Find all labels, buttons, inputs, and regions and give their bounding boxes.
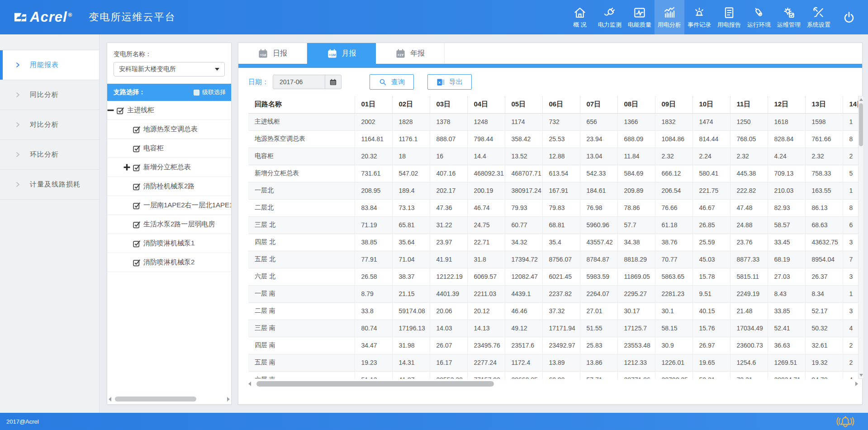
tab-yearly[interactable]: +1Y年报 xyxy=(376,43,445,64)
table-cell: 57.71 xyxy=(580,371,617,379)
table-cell: 1618 xyxy=(768,113,805,130)
cascade-checkbox[interactable]: 级联选择 xyxy=(194,88,226,96)
table-column-header: 回路名称 xyxy=(248,96,355,113)
checked-checkbox-icon[interactable] xyxy=(133,258,141,267)
chevron-right-icon xyxy=(14,121,22,129)
scroll-up-arrow-icon[interactable] xyxy=(859,98,863,101)
tree-node[interactable]: 一层南1APE2右一层北1APE1左 xyxy=(107,196,231,215)
nav-item-report[interactable]: 用电报告 xyxy=(714,0,744,34)
station-select[interactable]: 安科瑞新大楼变电所 xyxy=(114,62,225,76)
table-cell: 78.31 xyxy=(730,371,768,379)
scroll-left-arrow-icon[interactable] xyxy=(109,397,111,401)
table-cell: 27.01 xyxy=(580,302,617,320)
tree-node[interactable]: 主进线柜 xyxy=(107,101,231,120)
table-row: 六层 北26.5838.3712122.196069.5712082.47602… xyxy=(248,268,858,285)
checked-checkbox-icon[interactable] xyxy=(133,201,141,210)
table-cell: 5815.11 xyxy=(730,268,768,285)
scroll-right-arrow-icon[interactable] xyxy=(855,382,858,386)
scrollbar-thumb[interactable] xyxy=(256,381,494,387)
table-cell: 584.69 xyxy=(617,165,655,182)
table-cell: 8818.29 xyxy=(617,251,655,268)
export-button[interactable]: X 导出 xyxy=(427,74,472,90)
table-cell: 4 xyxy=(843,320,858,337)
scroll-left-arrow-icon[interactable] xyxy=(248,382,251,386)
checked-checkbox-icon[interactable] xyxy=(133,125,141,134)
table-cell: 34.38 xyxy=(617,234,655,251)
checked-checkbox-icon[interactable] xyxy=(133,220,141,229)
sidebar-item-label: 用能报表 xyxy=(30,61,59,69)
table-cell: 73.13 xyxy=(392,199,430,216)
table-cell: 25.59 xyxy=(693,234,730,251)
logo-text: Acrel® xyxy=(30,9,72,25)
scrollbar-thumb[interactable] xyxy=(115,397,196,401)
tree-node[interactable]: 新增分立柜总表 xyxy=(107,158,231,177)
sidebar-item-5[interactable]: 计量及线路损耗 xyxy=(0,170,99,200)
tree-node[interactable]: 生活水泵2路一层弱电房 xyxy=(107,215,231,234)
sidebar-item-1[interactable]: 用能报表 xyxy=(0,50,99,80)
table-cell: 17034.49 xyxy=(730,320,768,337)
tab-daily[interactable]: +1d日报 xyxy=(238,43,307,64)
table-row: 二层 南33.859174.0820.0620.1246.4637.3227.0… xyxy=(248,302,858,320)
table-cell: 709.13 xyxy=(768,165,805,182)
gear-check-icon xyxy=(782,6,796,19)
chevron-right-icon xyxy=(14,62,22,69)
table-cell: 71.19 xyxy=(355,216,392,234)
nav-item-alarm[interactable]: 事件记录 xyxy=(684,0,714,34)
table-cell: 46.46 xyxy=(505,302,542,320)
power-button[interactable] xyxy=(836,0,862,34)
table-cell: 2 xyxy=(843,148,858,165)
sidebar-item-3[interactable]: 对比分析 xyxy=(0,110,99,140)
nav-item-label: 电力监测 xyxy=(598,21,621,29)
table-cell: 77.91 xyxy=(355,251,392,268)
table-cell: 3 xyxy=(843,234,858,251)
collapse-minus-icon[interactable] xyxy=(107,107,114,114)
table-cell: 23492.97 xyxy=(542,337,580,354)
calendar-icon[interactable] xyxy=(325,75,341,89)
nav-item-waveform-box[interactable]: 电能质量 xyxy=(625,0,655,34)
table-cell: 380917.24 xyxy=(505,182,542,199)
table-column-header: 04日 xyxy=(467,96,505,113)
sidebar-item-4[interactable]: 环比分析 xyxy=(0,140,99,170)
date-input[interactable]: 2017-06 xyxy=(273,75,342,89)
tab-monthly[interactable]: +1M月报 xyxy=(307,43,376,64)
nav-item-plug[interactable]: 电力监测 xyxy=(595,0,625,34)
checked-checkbox-icon[interactable] xyxy=(133,163,141,172)
table-row-name: 六层 南 xyxy=(248,371,355,379)
nav-item-tools[interactable]: 系统设置 xyxy=(804,0,834,34)
tree-node[interactable]: 电容柜 xyxy=(107,139,231,158)
scroll-right-arrow-icon[interactable] xyxy=(227,397,230,401)
query-button[interactable]: 查询 xyxy=(370,74,414,90)
nav-item-home[interactable]: 概 况 xyxy=(565,0,595,34)
nav-item-bar-chart[interactable]: 用电分析 xyxy=(655,0,684,34)
notification-bell-icon[interactable] xyxy=(836,415,854,430)
table-column-header: 09日 xyxy=(655,96,693,113)
tab-label: 月报 xyxy=(342,49,356,58)
top-header: Acrel® 变电所运维云平台 概 况电力监测电能质量用电分析事件记录用电报告运… xyxy=(0,0,868,34)
nav-item-sensor[interactable]: 运行环境 xyxy=(744,0,774,34)
report-table-area: 回路名称01日02日03日04日05日06日07日08日09日10日11日12日… xyxy=(248,96,864,379)
tree-node[interactable]: 消防喷淋机械泵2 xyxy=(107,253,231,272)
scrollbar-thumb[interactable] xyxy=(859,103,863,146)
checked-checkbox-icon[interactable] xyxy=(133,239,141,248)
tree-node[interactable]: 地源热泵空调总表 xyxy=(107,120,231,139)
table-cell: 79.93 xyxy=(505,199,542,216)
sensor-icon xyxy=(752,6,766,19)
expand-plus-icon[interactable] xyxy=(123,164,130,171)
scroll-down-arrow-icon[interactable] xyxy=(859,374,863,377)
table-row: 三层 南80.7417196.1314.0314.1349.1217171.94… xyxy=(248,320,858,337)
table-cell: 78.86 xyxy=(617,199,655,216)
table-cell: 189.4 xyxy=(392,182,430,199)
tree-node[interactable]: 消防喷淋机械泵1 xyxy=(107,234,231,253)
table-cell: 26.07 xyxy=(430,337,467,354)
table-cell: 580.41 xyxy=(693,165,730,182)
checked-checkbox-icon[interactable] xyxy=(133,182,141,191)
checked-checkbox-icon[interactable] xyxy=(116,106,124,115)
table-cell: 4401.39 xyxy=(430,285,467,302)
checked-checkbox-icon[interactable] xyxy=(133,144,141,153)
nav-item-gear-check[interactable]: 运维管理 xyxy=(774,0,804,34)
table-cell: 8.34 xyxy=(805,285,843,302)
chevron-right-icon xyxy=(14,151,22,158)
table-cell: 1226.01 xyxy=(655,354,693,371)
sidebar-item-2[interactable]: 同比分析 xyxy=(0,80,99,110)
tree-node[interactable]: 消防栓机械泵2路 xyxy=(107,177,231,196)
